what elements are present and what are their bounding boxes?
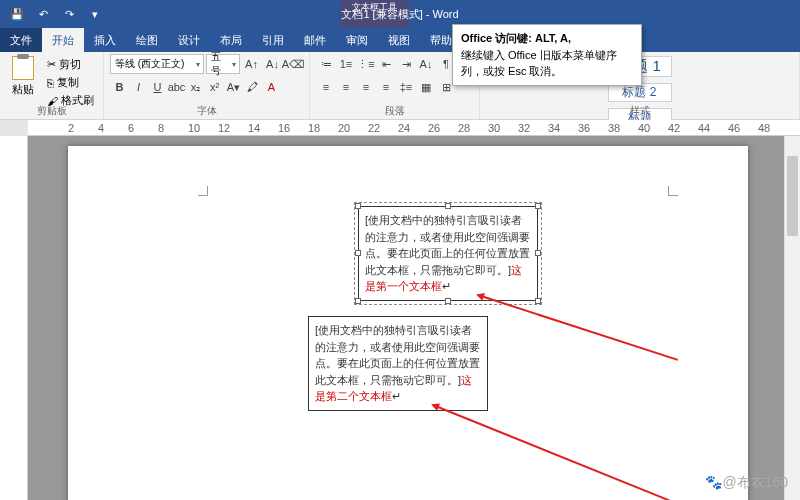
underline-button[interactable]: U	[148, 77, 167, 97]
tooltip-body: 继续键入 Office 旧版本菜单键序列，或按 Esc 取消。	[461, 49, 617, 76]
group-font: 等线 (西文正文) 五号 A↑ A↓ A⌫ B I U abc x₂ x² A▾…	[104, 52, 310, 119]
paste-icon	[12, 56, 34, 80]
ribbon: 粘贴 ✂剪切 ⎘复制 🖌格式刷 剪贴板 等线 (西文正文) 五号 A↑ A↓ A…	[0, 52, 800, 120]
align-center-button[interactable]: ≡	[336, 77, 356, 97]
copy-button[interactable]: ⎘复制	[44, 74, 97, 91]
group-label-styles: 样式	[480, 104, 799, 118]
clear-format-button[interactable]: A⌫	[284, 54, 303, 74]
quick-access-toolbar: 💾 ↶ ↷ ▾	[0, 0, 112, 28]
bold-button[interactable]: B	[110, 77, 129, 97]
line-spacing-button[interactable]: ‡≡	[396, 77, 416, 97]
shrink-font-button[interactable]: A↓	[263, 54, 282, 74]
copy-icon: ⎘	[47, 77, 54, 89]
tab-review[interactable]: 审阅	[336, 28, 378, 52]
numbering-button[interactable]: 1≡	[336, 54, 356, 74]
justify-button[interactable]: ≡	[376, 77, 396, 97]
sort-button[interactable]: A↓	[416, 54, 436, 74]
shading-button[interactable]: ▦	[416, 77, 436, 97]
group-label-font: 字体	[104, 104, 309, 118]
paste-button[interactable]: 粘贴	[6, 54, 40, 109]
redo-button[interactable]: ↷	[58, 3, 80, 25]
superscript-button[interactable]: x²	[205, 77, 224, 97]
tab-references[interactable]: 引用	[252, 28, 294, 52]
font-name-select[interactable]: 等线 (西文正文)	[110, 54, 204, 74]
title-bar: 💾 ↶ ↷ ▾ 文本框工具 文档1 [兼容模式] - Word	[0, 0, 800, 28]
highlight-button[interactable]: 🖍	[243, 77, 262, 97]
window-title: 文档1 [兼容模式] - Word	[341, 0, 458, 28]
tab-design[interactable]: 设计	[168, 28, 210, 52]
tab-view[interactable]: 视图	[378, 28, 420, 52]
align-right-button[interactable]: ≡	[356, 77, 376, 97]
tooltip-title: Office 访问键: ALT, A,	[461, 31, 633, 46]
ribbon-tabs: 文件 开始 插入 绘图 设计 布局 引用 邮件 审阅 视图 帮助 文本框 💡 操…	[0, 28, 800, 52]
text-effects-button[interactable]: A▾	[224, 77, 243, 97]
tab-draw[interactable]: 绘图	[126, 28, 168, 52]
font-size-select[interactable]: 五号	[206, 54, 240, 74]
group-label-paragraph: 段落	[310, 104, 479, 118]
grow-font-button[interactable]: A↑	[242, 54, 261, 74]
qat-more-button[interactable]: ▾	[84, 3, 106, 25]
multilevel-button[interactable]: ⋮≡	[356, 54, 376, 74]
tab-layout[interactable]: 布局	[210, 28, 252, 52]
bullets-button[interactable]: ≔	[316, 54, 336, 74]
italic-button[interactable]: I	[129, 77, 148, 97]
tab-file[interactable]: 文件	[0, 28, 42, 52]
access-key-tooltip: Office 访问键: ALT, A, 继续键入 Office 旧版本菜单键序列…	[452, 24, 642, 86]
horizontal-ruler[interactable]: 2468101214161820222426283032343638404244…	[28, 120, 800, 136]
font-color-button[interactable]: A	[262, 77, 281, 97]
decrease-indent-button[interactable]: ⇤	[376, 54, 396, 74]
scissors-icon: ✂	[47, 58, 56, 71]
tab-insert[interactable]: 插入	[84, 28, 126, 52]
undo-button[interactable]: ↶	[32, 3, 54, 25]
paste-label: 粘贴	[12, 82, 34, 97]
group-label-clipboard: 剪贴板	[0, 104, 103, 118]
increase-indent-button[interactable]: ⇥	[396, 54, 416, 74]
tab-mailings[interactable]: 邮件	[294, 28, 336, 52]
strike-button[interactable]: abc	[167, 77, 186, 97]
group-clipboard: 粘贴 ✂剪切 ⎘复制 🖌格式刷 剪贴板	[0, 52, 104, 119]
tab-home[interactable]: 开始	[42, 28, 84, 52]
save-button[interactable]: 💾	[6, 3, 28, 25]
align-left-button[interactable]: ≡	[316, 77, 336, 97]
cut-button[interactable]: ✂剪切	[44, 56, 97, 73]
subscript-button[interactable]: x₂	[186, 77, 205, 97]
